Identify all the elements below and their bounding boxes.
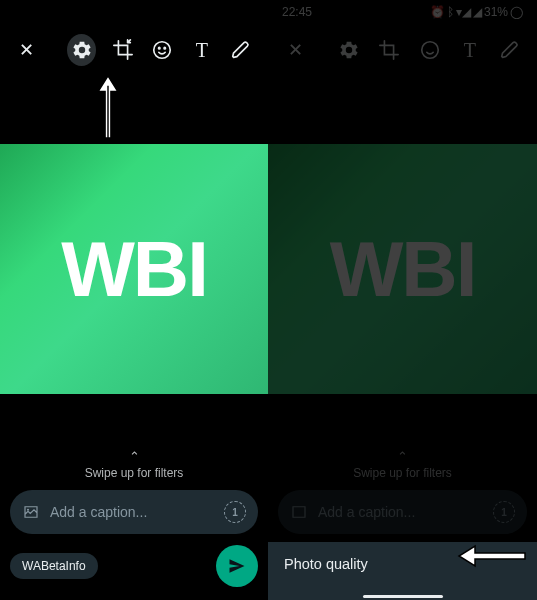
bottom-row: WABetaInfo [10,546,258,586]
editor-pane-left: ©WABETAINFO WBI ⌃ [0,0,268,600]
svg-point-2 [165,47,166,48]
text-icon[interactable] [189,36,214,64]
drawer-title: Photo quality [284,556,368,572]
swipe-up-hint[interactable]: ⌃ Swipe up for filters [0,449,268,480]
caption-bar[interactable]: Add a caption... 1 [10,490,258,534]
top-toolbar [0,28,268,72]
modal-scrim[interactable] [268,0,537,600]
svg-point-0 [154,42,171,59]
gear-icon[interactable] [67,34,96,66]
svg-point-1 [159,47,160,48]
view-once-icon[interactable]: 1 [224,501,246,523]
close-icon[interactable] [14,36,39,64]
chevron-up-icon: ⌃ [0,449,268,464]
swipe-up-label: Swipe up for filters [0,466,268,480]
crop-icon[interactable] [110,36,135,64]
image-preview[interactable]: WBI [0,144,268,394]
caption-input[interactable]: Add a caption... [50,504,214,520]
nav-handle [363,595,443,598]
editor-pane-right: 22:45 ⏰ ᛒ ▾◢ ◢ 31% ◯ ©WABETAINFO [268,0,537,600]
svg-point-3 [27,509,29,511]
preview-logo-text: WBI [61,224,207,315]
annotation-arrow-up [96,74,120,140]
emoji-icon[interactable] [150,36,175,64]
recipient-chip[interactable]: WABetaInfo [10,553,98,579]
photo-icon [22,503,40,521]
send-button[interactable] [216,545,258,587]
annotation-arrow-left [457,544,527,568]
pencil-icon[interactable] [229,36,254,64]
